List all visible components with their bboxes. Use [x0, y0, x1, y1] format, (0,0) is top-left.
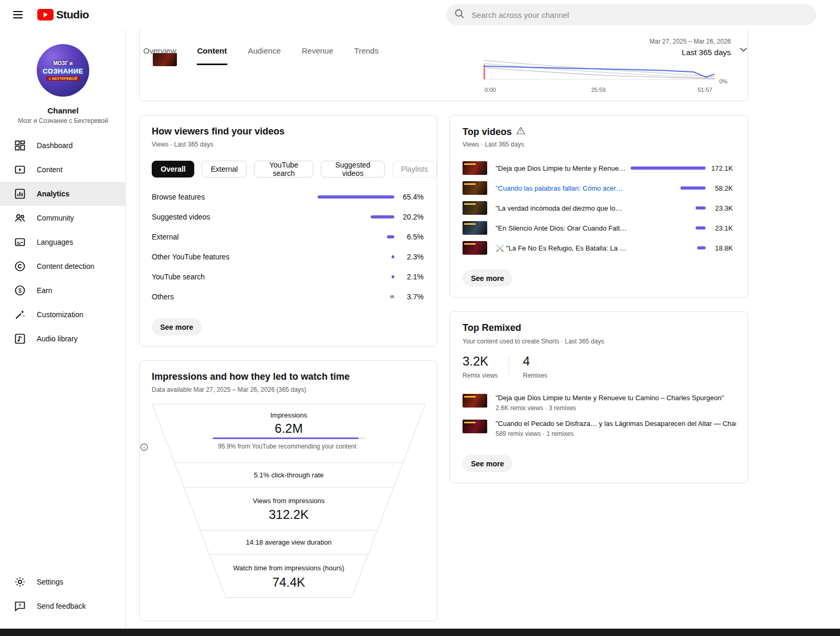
- tab-label: Overview: [143, 46, 176, 55]
- video-row[interactable]: "Deja que Dios Limpie tu Mente y Renue… …: [463, 158, 733, 178]
- content-icon: [14, 163, 26, 176]
- languages-icon: [14, 236, 26, 248]
- traffic-row[interactable]: Browse features 65.4%: [152, 187, 424, 207]
- chip-overall[interactable]: Overall: [152, 161, 194, 178]
- channel-name: Channel: [0, 106, 126, 115]
- avatar-text-line2: СОЗНАНИЕ: [43, 67, 83, 75]
- search-input[interactable]: [470, 10, 809, 20]
- tab-label: Trends: [354, 46, 379, 55]
- sidebar-item-send-feedback[interactable]: Send feedback: [0, 594, 126, 618]
- remixed-video-title[interactable]: "Cuando el Pecado se Disfraza… y las Lág…: [496, 420, 736, 428]
- sidebar-item-languages[interactable]: Languages: [0, 230, 126, 254]
- sidebar-item-analytics[interactable]: Analytics: [0, 182, 126, 206]
- chevron-down-icon[interactable]: [737, 43, 750, 56]
- remixed-video-row[interactable]: "Cuando el Pecado se Disfraza… y las Lág…: [463, 420, 736, 441]
- video-title[interactable]: ⚔️ "La Fe No Es Refugio, Es Batalla: La …: [496, 244, 627, 252]
- remixes-stat: 4 Remixes: [523, 354, 548, 379]
- video-row[interactable]: "Cuando las palabras fallan: Cómo acer… …: [463, 178, 733, 198]
- traffic-row[interactable]: Others 3.7%: [152, 287, 424, 307]
- sidebar-item-dashboard[interactable]: Dashboard: [0, 133, 126, 158]
- video-title[interactable]: "En Silencio Ante Dios: Orar Cuando Falt…: [496, 224, 627, 232]
- impressions-source-note: 95.9% from YouTube recommending your con…: [140, 443, 438, 450]
- views-bar-track: [627, 206, 706, 210]
- sidebar-nav: Dashboard Content Analytics Community La…: [0, 133, 126, 351]
- traffic-row[interactable]: YouTube search 2.1%: [152, 267, 424, 287]
- date-range-filter[interactable]: Mar 27, 2025 – Mar 26, 2026 Last 365 day…: [649, 38, 731, 57]
- remixed-video-title[interactable]: "Deja que Dios Limpie tu Mente y Renueve…: [496, 394, 736, 402]
- tab-audience[interactable]: Audience: [247, 38, 281, 65]
- traffic-bar: [387, 235, 394, 238]
- warning-icon[interactable]: [516, 126, 526, 138]
- analytics-tabs: Overview Content Audience Revenue Trends: [143, 38, 379, 65]
- remix-views-value: 3.2K: [463, 354, 498, 369]
- video-row[interactable]: "En Silencio Ante Dios: Orar Cuando Falt…: [463, 218, 733, 238]
- youtube-studio-logo[interactable]: Studio: [37, 8, 89, 21]
- sidebar-item-audio-library[interactable]: Audio library: [0, 327, 126, 351]
- earn-icon: $: [14, 284, 26, 297]
- channel-avatar[interactable]: МОЗГ и СОЗНАНИЕ с БЕХТЕРЕВОЙ: [37, 44, 89, 97]
- sidebar-item-label: Send feedback: [37, 602, 86, 610]
- remix-views-label: Remix views: [463, 372, 498, 379]
- content-detection-icon: [14, 260, 26, 273]
- top-remixed-card: Top Remixed Your content used to create …: [449, 311, 748, 483]
- traffic-source-label: Others: [152, 293, 277, 301]
- video-title[interactable]: "La verdad incómoda del diezmo que lo…: [496, 204, 627, 212]
- sidebar-item-earn[interactable]: $ Earn: [0, 278, 126, 303]
- impressions-funnel-card: Impressions and how they led to watch ti…: [139, 360, 437, 621]
- chip-external[interactable]: External: [202, 161, 246, 178]
- video-title[interactable]: "Deja que Dios Limpie tu Mente y Renue…: [496, 164, 627, 172]
- see-more-button[interactable]: See more: [463, 269, 512, 287]
- sidebar-item-content[interactable]: Content: [0, 158, 126, 182]
- sidebar-item-content-detection[interactable]: Content detection: [0, 254, 126, 278]
- tab-label: Revenue: [302, 46, 333, 55]
- video-row[interactable]: ⚔️ "La Fe No Es Refugio, Es Batalla: La …: [463, 238, 733, 258]
- traffic-row[interactable]: Suggested videos 20.2%: [152, 207, 424, 227]
- traffic-source-label: Suggested videos: [152, 213, 277, 221]
- traffic-row[interactable]: Other YouTube features 2.3%: [152, 247, 424, 267]
- sidebar-item-label: Content detection: [37, 262, 94, 270]
- tab-trends[interactable]: Trends: [354, 38, 379, 65]
- youtube-studio-analytics-page: Studio МОЗГ и СОЗНАНИЕ с БЕХТЕРЕВОЙ Chan…: [0, 0, 840, 636]
- stat-divider: [509, 356, 509, 375]
- remixed-video-meta: 2.6K remix views · 3 remixes: [496, 404, 736, 412]
- tab-content[interactable]: Content: [197, 38, 228, 65]
- chip-suggested-videos[interactable]: Suggested videos: [321, 161, 384, 178]
- community-icon: [14, 212, 26, 224]
- sidebar-item-label: Content: [37, 165, 62, 174]
- impressions-label: Impressions: [140, 411, 438, 419]
- chip-youtube-search[interactable]: YouTube search: [254, 161, 313, 178]
- card-title: Impressions and how they led to watch ti…: [152, 371, 350, 382]
- views-from-impressions-label: Views from impressions: [140, 497, 438, 505]
- dashboard-icon: [14, 139, 26, 152]
- views-bar: [697, 246, 706, 249]
- retention-line-chart[interactable]: [484, 55, 715, 82]
- sidebar-item-community[interactable]: Community: [0, 206, 126, 230]
- hamburger-menu-icon[interactable]: [12, 8, 24, 21]
- video-thumbnail: [463, 161, 487, 175]
- tab-revenue[interactable]: Revenue: [301, 38, 334, 65]
- top-videos-card: Top videos Views · Last 365 days "Deja q…: [449, 115, 748, 298]
- video-thumbnail: [463, 181, 487, 195]
- traffic-row[interactable]: External 6.5%: [152, 227, 424, 247]
- views-value: 172.1K: [708, 164, 733, 172]
- video-title[interactable]: "Cuando las palabras fallan: Cómo acer…: [496, 184, 627, 192]
- bottom-scrollbar-strip[interactable]: [0, 629, 840, 636]
- see-more-button[interactable]: See more: [463, 455, 512, 472]
- tab-overview[interactable]: Overview: [143, 38, 177, 65]
- video-row[interactable]: "La verdad incómoda del diezmo que lo… 2…: [463, 198, 733, 218]
- traffic-bar-track: [277, 295, 394, 298]
- traffic-filter-chips: Overall External YouTube search Suggeste…: [152, 161, 437, 178]
- see-more-button[interactable]: See more: [152, 318, 202, 336]
- card-title: Top Remixed: [463, 322, 521, 333]
- traffic-source-percent: 3.7%: [394, 293, 424, 301]
- traffic-bar-track: [277, 275, 394, 278]
- card-subtitle: Views · Last 365 days: [463, 141, 524, 148]
- tab-label: Content: [197, 46, 227, 55]
- traffic-source-percent: 65.4%: [394, 193, 424, 201]
- sidebar-item-settings[interactable]: Settings: [0, 570, 126, 594]
- sidebar-item-label: Customization: [37, 310, 83, 319]
- traffic-source-label: Browse features: [152, 193, 277, 201]
- card-subtitle: Views · Last 365 days: [152, 141, 213, 148]
- remixed-video-row[interactable]: "Deja que Dios Limpie tu Mente y Renueve…: [463, 394, 736, 415]
- sidebar-item-customization[interactable]: Customization: [0, 303, 126, 327]
